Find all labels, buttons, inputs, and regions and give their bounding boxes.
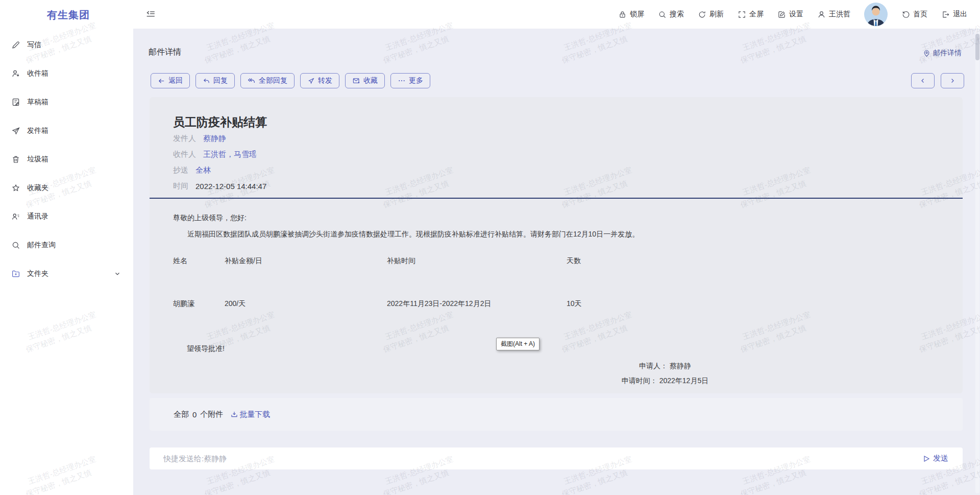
more-label: 更多: [409, 76, 423, 85]
refresh-icon: [698, 10, 706, 19]
scrollbar-thumb[interactable]: [975, 34, 979, 60]
applicant-line: 申请人： 蔡静静: [589, 359, 742, 373]
sidebar-item-label: 收件箱: [27, 69, 48, 78]
forward-label: 转发: [318, 76, 332, 85]
forward-button[interactable]: 转发: [300, 73, 339, 88]
time-value: 2022-12-05 14:44:47: [195, 182, 266, 191]
topbar-actions: 锁屏 搜索 刷新: [618, 0, 967, 29]
sidebar-item-label: 写信: [27, 40, 41, 50]
attachments-count: 0: [192, 410, 197, 419]
avatar-photo: [864, 3, 888, 26]
col-days: 天数: [567, 256, 939, 299]
settings-button[interactable]: 设置: [777, 10, 803, 19]
cell-days: 10天: [567, 299, 939, 309]
sidebar-item-compose[interactable]: 写信: [0, 31, 133, 59]
mail-cc-row: 抄送 全林: [173, 162, 266, 178]
sidebar-item-inbox[interactable]: 收件箱: [0, 59, 133, 88]
chevron-right-icon: [949, 77, 956, 84]
settings-edit-square-icon: [777, 10, 786, 19]
location-pin-icon: [923, 50, 930, 57]
company-logo: 有生集团: [47, 8, 90, 22]
logout-button[interactable]: 退出: [941, 10, 967, 19]
subsidy-table: 姓名 补贴金额/日 补贴时间 天数 胡鹏濠 200/天 2022年11月23日-…: [173, 256, 939, 309]
sidebar: 写信 收件箱 草稿箱: [0, 29, 133, 495]
next-mail-button[interactable]: [941, 73, 964, 88]
forward-icon: [307, 77, 315, 85]
screenshot-tooltip: 截图(Alt + A): [496, 338, 540, 350]
batch-download-link[interactable]: 批量下载: [230, 410, 270, 419]
cc-contact[interactable]: 全林: [195, 166, 211, 175]
current-user-button[interactable]: 王洪哲: [817, 10, 850, 19]
cell-period: 2022年11月23日-2022年12月2日: [387, 299, 567, 309]
time-label: 时间: [173, 181, 188, 191]
mail-app: 有生集团 锁屏: [0, 0, 980, 495]
user-icon: [817, 10, 826, 19]
to-label: 收件人: [173, 150, 196, 159]
mail-star-icon: [352, 77, 360, 85]
star-icon: [11, 183, 20, 193]
chevron-down-icon[interactable]: [114, 270, 121, 277]
sidebar-item-label: 通讯录: [27, 212, 48, 221]
refresh-label: 刷新: [709, 10, 724, 19]
batch-download-label: 批量下载: [239, 410, 270, 419]
favorite-label: 收藏: [363, 76, 378, 85]
sidebar-nav: 写信 收件箱 草稿箱: [0, 31, 133, 288]
folder-plus-icon: [11, 269, 20, 278]
to-contacts[interactable]: 王洪哲，马雪瑶: [203, 150, 257, 159]
attachments-bar: 全部 0 个附件 批量下载: [150, 398, 963, 431]
logout-icon: [941, 10, 950, 19]
search-label: 搜索: [670, 10, 684, 19]
breadcrumb: 邮件详情: [923, 49, 962, 58]
send-label: 发送: [933, 454, 948, 463]
mail-action-toolbar: 返回 回复 全部回复 转发: [151, 73, 430, 88]
sidebar-item-mail-search[interactable]: 邮件查询: [0, 231, 133, 260]
sidebar-item-folders[interactable]: 文件夹: [0, 260, 133, 288]
sidebar-item-contacts[interactable]: 通讯录: [0, 202, 133, 231]
sidebar-item-sent[interactable]: 发件箱: [0, 116, 133, 145]
search-button[interactable]: 搜索: [658, 10, 684, 19]
previous-mail-button[interactable]: [911, 73, 935, 88]
reply-all-button[interactable]: 全部回复: [240, 73, 295, 88]
reply-button[interactable]: 回复: [195, 73, 235, 88]
logout-label: 退出: [953, 10, 967, 19]
attachments-prefix: 全部: [174, 410, 189, 419]
sidebar-item-label: 草稿箱: [27, 98, 48, 107]
more-button[interactable]: 更多: [390, 73, 430, 88]
mail-paragraph: 近期福田区数据团队成员胡鹏濠被抽调沙头街道参加疫情数据处理工作。现根据防疫补贴标…: [173, 228, 923, 240]
sidebar-item-label: 垃圾箱: [27, 155, 48, 164]
sidebar-item-trash[interactable]: 垃圾箱: [0, 145, 133, 174]
sidebar-item-favorites[interactable]: 收藏夹: [0, 174, 133, 202]
scrollbar-track: [975, 30, 979, 493]
contacts-icon: [11, 212, 20, 221]
home-button[interactable]: 首页: [901, 10, 927, 19]
user-avatar[interactable]: [864, 3, 888, 26]
from-label: 发件人: [173, 134, 196, 144]
from-contact[interactable]: 蔡静静: [203, 134, 226, 144]
quick-send-input[interactable]: [163, 454, 922, 463]
sidebar-item-label: 邮件查询: [27, 241, 56, 250]
page-title: 邮件详情: [149, 47, 181, 58]
menu-fold-icon: [145, 9, 156, 20]
attachments-summary: 全部 0 个附件: [174, 410, 223, 419]
table-row: 胡鹏濠 200/天 2022年11月23日-2022年12月2日 10天: [173, 299, 939, 309]
username-label: 王洪哲: [829, 10, 850, 19]
home-label: 首页: [913, 10, 927, 19]
send-button[interactable]: 发送: [922, 454, 948, 463]
sidebar-item-drafts[interactable]: 草稿箱: [0, 88, 133, 116]
breadcrumb-label: 邮件详情: [933, 49, 962, 58]
mail-detail-card: 员工防疫补贴结算 发件人 蔡静静 收件人 王洪哲，马雪瑶 抄送 全林 时间 20…: [150, 97, 963, 393]
mail-to-row: 收件人 王洪哲，马雪瑶: [173, 147, 266, 162]
fullscreen-icon: [738, 10, 746, 19]
apply-time-line: 申请时间： 2022年12月5日: [589, 373, 742, 388]
sidebar-collapse-button[interactable]: [145, 9, 156, 20]
back-button[interactable]: 返回: [151, 73, 190, 88]
mail-signature: 申请人： 蔡静静 申请时间： 2022年12月5日: [589, 359, 742, 388]
inbox-person-icon: [11, 69, 20, 78]
col-name: 姓名: [173, 256, 225, 299]
fullscreen-button[interactable]: 全屏: [738, 10, 764, 19]
lock-screen-button[interactable]: 锁屏: [618, 10, 644, 19]
favorite-button[interactable]: 收藏: [345, 73, 385, 88]
search-icon: [658, 10, 667, 19]
mail-closing: 望领导批准!: [187, 344, 225, 353]
refresh-button[interactable]: 刷新: [698, 10, 724, 19]
